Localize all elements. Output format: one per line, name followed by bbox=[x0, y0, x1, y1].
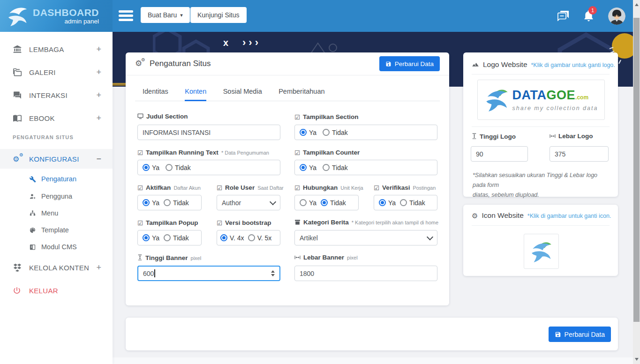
sidebar-subitem-pengguna[interactable]: Pengguna bbox=[0, 188, 113, 205]
lebar-banner-input[interactable] bbox=[294, 266, 437, 281]
tinggi-logo-input[interactable] bbox=[471, 146, 528, 162]
radio-option-v5[interactable]: V. 5x bbox=[248, 234, 272, 242]
radio-option-tidak[interactable]: Tidak bbox=[164, 199, 189, 207]
gears-icon: ⚙⚙ bbox=[13, 155, 23, 163]
collapse-minus-icon[interactable]: − bbox=[96, 154, 101, 164]
radio-selected[interactable] bbox=[379, 199, 386, 206]
radio-option-ya[interactable]: Ya bbox=[143, 164, 159, 171]
radio-selected[interactable] bbox=[220, 234, 227, 241]
radio-option-tidak[interactable]: Tidak bbox=[323, 164, 348, 171]
radio-unselected[interactable] bbox=[248, 234, 255, 241]
radio-selected[interactable] bbox=[143, 234, 150, 241]
user-avatar[interactable] bbox=[608, 7, 625, 25]
logo-preview[interactable]: DATAGOE.com share my collection data bbox=[477, 80, 605, 120]
create-new-button[interactable]: Buat Baru ▾ bbox=[141, 7, 190, 23]
radio-option-v4[interactable]: V. 4x bbox=[220, 234, 244, 242]
sidebar-section-label: PENGATURAN SITUS bbox=[13, 134, 74, 140]
tinggi-banner-input[interactable]: 600 bbox=[137, 266, 280, 281]
radio-selected[interactable] bbox=[143, 164, 150, 171]
expand-plus-icon[interactable]: + bbox=[96, 90, 101, 100]
tinggi-banner-value: 600 bbox=[143, 270, 154, 277]
radio-unselected[interactable] bbox=[300, 199, 307, 206]
radio-selected[interactable] bbox=[143, 199, 150, 206]
role-user-select[interactable]: Author bbox=[217, 195, 280, 210]
menu-toggle-button[interactable] bbox=[119, 10, 133, 21]
radio-selected[interactable] bbox=[321, 199, 328, 206]
width-icon bbox=[294, 255, 301, 260]
sidebar-item-lembaga[interactable]: LEMBAGA + bbox=[0, 39, 113, 59]
tab-identitas[interactable]: Identitas bbox=[143, 88, 168, 100]
radio-selected[interactable] bbox=[300, 164, 307, 171]
radio-unselected[interactable] bbox=[164, 199, 171, 206]
radio-option-ya[interactable]: Ya bbox=[143, 234, 159, 242]
radio-option-tidak[interactable]: Tidak bbox=[400, 199, 425, 207]
update-data-button-top[interactable]: Perbarui Data bbox=[379, 56, 440, 71]
expand-plus-icon[interactable]: + bbox=[96, 45, 101, 54]
logo-text-goe: GOE bbox=[547, 88, 576, 102]
notifications-button[interactable]: 1 bbox=[583, 9, 594, 22]
checkbox-icon: ☑ bbox=[294, 113, 300, 121]
scrollbar-thumb[interactable] bbox=[633, 18, 640, 322]
update-data-button-bottom[interactable]: Perbarui Data bbox=[549, 327, 611, 342]
sidebar: LEMBAGA + GALERI + INTERAKSI + EBOOK + P… bbox=[0, 32, 113, 364]
sidebar-item-interaksi[interactable]: INTERAKSI + bbox=[0, 85, 113, 105]
radio-unselected[interactable] bbox=[400, 199, 407, 206]
sidebar-item-ebook[interactable]: EBOOK + bbox=[0, 108, 113, 128]
radio-option-tidak[interactable]: Tidak bbox=[166, 164, 191, 171]
brand-logo[interactable]: DASHBOARD admin panel bbox=[0, 0, 113, 32]
radio-selected[interactable] bbox=[300, 129, 307, 136]
messages-icon bbox=[557, 11, 569, 21]
sidebar-subitem-menu[interactable]: Menu bbox=[0, 205, 113, 222]
book-icon bbox=[13, 114, 23, 122]
sidebar-item-kelola-konten[interactable]: KELOLA KONTEN + bbox=[0, 257, 113, 278]
avatar-image bbox=[608, 7, 625, 25]
caret-down-icon: ▾ bbox=[180, 12, 183, 18]
lebar-logo-input[interactable] bbox=[550, 146, 609, 162]
radio-option-tidak[interactable]: Tidak bbox=[323, 129, 348, 136]
radio-unselected[interactable] bbox=[323, 164, 330, 171]
radio-option-tidak[interactable]: Tidak bbox=[321, 199, 346, 207]
tab-konten[interactable]: Konten bbox=[185, 88, 206, 101]
wrench-icon bbox=[29, 176, 37, 183]
radio-option-ya[interactable]: Ya bbox=[300, 129, 316, 136]
counter-radio-group: Ya Tidak bbox=[294, 160, 437, 175]
counter-label: ☑ Tampilkan Counter bbox=[294, 149, 360, 156]
kategori-berita-select[interactable]: Artikel bbox=[294, 230, 437, 245]
image-icon bbox=[472, 61, 479, 67]
site-icon-preview[interactable] bbox=[524, 234, 559, 269]
sitemap-icon bbox=[29, 210, 37, 217]
expand-plus-icon[interactable]: + bbox=[96, 67, 101, 77]
boxes-icon bbox=[13, 263, 23, 272]
messages-button[interactable] bbox=[557, 11, 569, 21]
sidebar-item-konfigurasi[interactable]: ⚙⚙ KONFIGURASI − bbox=[0, 149, 113, 169]
radio-unselected[interactable] bbox=[164, 234, 171, 241]
number-spinner[interactable] bbox=[271, 270, 275, 276]
radio-unselected[interactable] bbox=[323, 129, 330, 136]
module-icon bbox=[29, 244, 37, 251]
radio-option-ya[interactable]: Ya bbox=[300, 164, 316, 171]
datagoe-bird-icon bbox=[484, 88, 510, 111]
checkbox-icon: ☑ bbox=[137, 184, 143, 192]
scrollbar[interactable] bbox=[633, 0, 640, 364]
scroll-up-button[interactable] bbox=[633, 1, 640, 8]
radio-unselected[interactable] bbox=[166, 164, 173, 171]
sidebar-subitem-template[interactable]: Template bbox=[0, 222, 113, 238]
judul-section-input[interactable] bbox=[137, 125, 280, 140]
logo-card-hint: *Klik di gambar untuk ganti logo. bbox=[531, 62, 615, 68]
expand-plus-icon[interactable]: + bbox=[96, 113, 101, 123]
radio-option-ya[interactable]: Ya bbox=[300, 199, 316, 207]
sidebar-subitem-modul-cms[interactable]: Modul CMS bbox=[0, 238, 113, 255]
chevron-down-icon bbox=[427, 233, 433, 240]
sidebar-item-keluar[interactable]: KELUAR bbox=[0, 281, 113, 300]
sidebar-subitem-pengaturan[interactable]: Pengaturan bbox=[0, 171, 113, 187]
radio-option-ya[interactable]: Ya bbox=[143, 199, 159, 207]
tab-sosial-media[interactable]: Sosial Media bbox=[223, 88, 262, 100]
expand-plus-icon[interactable]: + bbox=[96, 263, 101, 273]
radio-option-tidak[interactable]: Tidak bbox=[164, 234, 189, 242]
visit-site-button[interactable]: Kunjungi Situs bbox=[190, 7, 247, 23]
radio-option-ya[interactable]: Ya bbox=[379, 199, 396, 207]
bottom-action-bar: Perbarui Data bbox=[126, 318, 618, 350]
sidebar-item-galeri[interactable]: GALERI + bbox=[0, 62, 113, 82]
tab-pemberitahuan[interactable]: Pemberitahuan bbox=[279, 88, 324, 100]
scroll-down-button[interactable] bbox=[633, 356, 640, 363]
